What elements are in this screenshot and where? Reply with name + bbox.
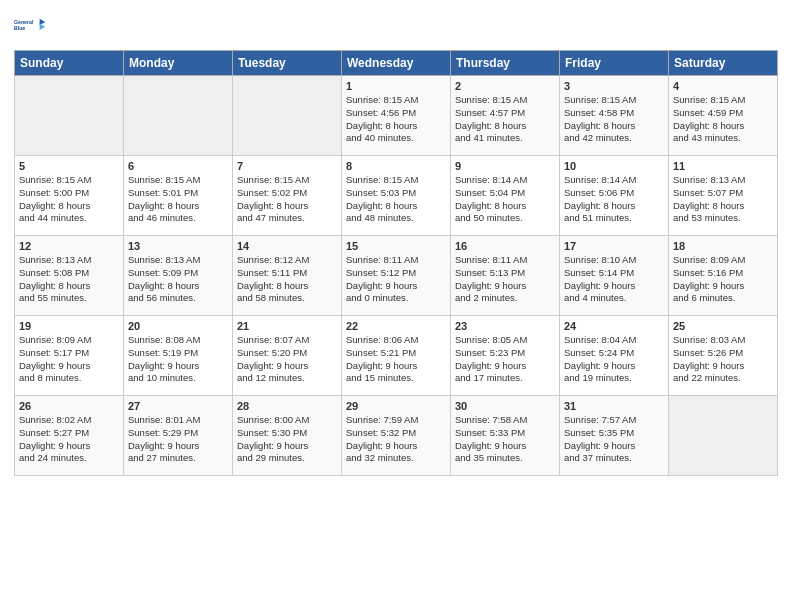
day-info: Sunrise: 8:06 AM Sunset: 5:21 PM Dayligh… (346, 334, 446, 385)
weekday-header-thursday: Thursday (451, 51, 560, 76)
day-number: 9 (455, 160, 555, 172)
day-info: Sunrise: 8:13 AM Sunset: 5:09 PM Dayligh… (128, 254, 228, 305)
calendar-cell: 30Sunrise: 7:58 AM Sunset: 5:33 PM Dayli… (451, 396, 560, 476)
day-info: Sunrise: 8:15 AM Sunset: 5:03 PM Dayligh… (346, 174, 446, 225)
day-info: Sunrise: 7:59 AM Sunset: 5:32 PM Dayligh… (346, 414, 446, 465)
calendar-cell: 5Sunrise: 8:15 AM Sunset: 5:00 PM Daylig… (15, 156, 124, 236)
calendar-cell: 16Sunrise: 8:11 AM Sunset: 5:13 PM Dayli… (451, 236, 560, 316)
calendar-cell (233, 76, 342, 156)
day-info: Sunrise: 8:01 AM Sunset: 5:29 PM Dayligh… (128, 414, 228, 465)
calendar-cell: 10Sunrise: 8:14 AM Sunset: 5:06 PM Dayli… (560, 156, 669, 236)
day-number: 19 (19, 320, 119, 332)
calendar-cell: 2Sunrise: 8:15 AM Sunset: 4:57 PM Daylig… (451, 76, 560, 156)
day-info: Sunrise: 8:15 AM Sunset: 5:01 PM Dayligh… (128, 174, 228, 225)
weekday-header-saturday: Saturday (669, 51, 778, 76)
day-info: Sunrise: 8:02 AM Sunset: 5:27 PM Dayligh… (19, 414, 119, 465)
day-number: 7 (237, 160, 337, 172)
calendar-cell: 28Sunrise: 8:00 AM Sunset: 5:30 PM Dayli… (233, 396, 342, 476)
calendar-cell: 12Sunrise: 8:13 AM Sunset: 5:08 PM Dayli… (15, 236, 124, 316)
weekday-header-row: SundayMondayTuesdayWednesdayThursdayFrid… (15, 51, 778, 76)
calendar-body: 1Sunrise: 8:15 AM Sunset: 4:56 PM Daylig… (15, 76, 778, 476)
calendar-cell: 17Sunrise: 8:10 AM Sunset: 5:14 PM Dayli… (560, 236, 669, 316)
day-info: Sunrise: 8:10 AM Sunset: 5:14 PM Dayligh… (564, 254, 664, 305)
calendar-cell: 14Sunrise: 8:12 AM Sunset: 5:11 PM Dayli… (233, 236, 342, 316)
calendar-cell (15, 76, 124, 156)
calendar-cell: 27Sunrise: 8:01 AM Sunset: 5:29 PM Dayli… (124, 396, 233, 476)
day-number: 12 (19, 240, 119, 252)
calendar-cell: 20Sunrise: 8:08 AM Sunset: 5:19 PM Dayli… (124, 316, 233, 396)
day-number: 25 (673, 320, 773, 332)
header: General Blue (14, 10, 778, 42)
logo: General Blue (14, 10, 46, 42)
day-info: Sunrise: 8:14 AM Sunset: 5:06 PM Dayligh… (564, 174, 664, 225)
day-number: 18 (673, 240, 773, 252)
week-row-1: 1Sunrise: 8:15 AM Sunset: 4:56 PM Daylig… (15, 76, 778, 156)
day-number: 4 (673, 80, 773, 92)
svg-text:General: General (14, 19, 34, 25)
day-number: 22 (346, 320, 446, 332)
day-info: Sunrise: 8:12 AM Sunset: 5:11 PM Dayligh… (237, 254, 337, 305)
day-number: 1 (346, 80, 446, 92)
day-info: Sunrise: 8:15 AM Sunset: 4:58 PM Dayligh… (564, 94, 664, 145)
day-info: Sunrise: 8:09 AM Sunset: 5:16 PM Dayligh… (673, 254, 773, 305)
page: General Blue SundayMondayTuesdayWednesda… (0, 0, 792, 612)
day-number: 29 (346, 400, 446, 412)
calendar-cell: 19Sunrise: 8:09 AM Sunset: 5:17 PM Dayli… (15, 316, 124, 396)
day-info: Sunrise: 8:08 AM Sunset: 5:19 PM Dayligh… (128, 334, 228, 385)
day-number: 10 (564, 160, 664, 172)
weekday-header-tuesday: Tuesday (233, 51, 342, 76)
calendar-cell: 22Sunrise: 8:06 AM Sunset: 5:21 PM Dayli… (342, 316, 451, 396)
day-info: Sunrise: 8:05 AM Sunset: 5:23 PM Dayligh… (455, 334, 555, 385)
calendar-cell: 8Sunrise: 8:15 AM Sunset: 5:03 PM Daylig… (342, 156, 451, 236)
weekday-header-friday: Friday (560, 51, 669, 76)
calendar-cell: 7Sunrise: 8:15 AM Sunset: 5:02 PM Daylig… (233, 156, 342, 236)
day-info: Sunrise: 8:09 AM Sunset: 5:17 PM Dayligh… (19, 334, 119, 385)
day-info: Sunrise: 8:15 AM Sunset: 4:57 PM Dayligh… (455, 94, 555, 145)
day-info: Sunrise: 8:15 AM Sunset: 5:00 PM Dayligh… (19, 174, 119, 225)
day-number: 31 (564, 400, 664, 412)
calendar-cell: 9Sunrise: 8:14 AM Sunset: 5:04 PM Daylig… (451, 156, 560, 236)
day-info: Sunrise: 8:00 AM Sunset: 5:30 PM Dayligh… (237, 414, 337, 465)
day-number: 15 (346, 240, 446, 252)
day-info: Sunrise: 8:15 AM Sunset: 5:02 PM Dayligh… (237, 174, 337, 225)
day-number: 24 (564, 320, 664, 332)
day-number: 28 (237, 400, 337, 412)
day-info: Sunrise: 8:04 AM Sunset: 5:24 PM Dayligh… (564, 334, 664, 385)
calendar-cell (669, 396, 778, 476)
day-number: 8 (346, 160, 446, 172)
day-number: 6 (128, 160, 228, 172)
week-row-4: 19Sunrise: 8:09 AM Sunset: 5:17 PM Dayli… (15, 316, 778, 396)
calendar-cell: 26Sunrise: 8:02 AM Sunset: 5:27 PM Dayli… (15, 396, 124, 476)
day-info: Sunrise: 8:03 AM Sunset: 5:26 PM Dayligh… (673, 334, 773, 385)
calendar-cell: 21Sunrise: 8:07 AM Sunset: 5:20 PM Dayli… (233, 316, 342, 396)
weekday-header-sunday: Sunday (15, 51, 124, 76)
day-number: 26 (19, 400, 119, 412)
svg-text:Blue: Blue (14, 25, 25, 31)
week-row-3: 12Sunrise: 8:13 AM Sunset: 5:08 PM Dayli… (15, 236, 778, 316)
calendar-cell: 24Sunrise: 8:04 AM Sunset: 5:24 PM Dayli… (560, 316, 669, 396)
day-info: Sunrise: 7:57 AM Sunset: 5:35 PM Dayligh… (564, 414, 664, 465)
weekday-header-monday: Monday (124, 51, 233, 76)
day-info: Sunrise: 8:11 AM Sunset: 5:12 PM Dayligh… (346, 254, 446, 305)
calendar-cell: 29Sunrise: 7:59 AM Sunset: 5:32 PM Dayli… (342, 396, 451, 476)
day-info: Sunrise: 8:07 AM Sunset: 5:20 PM Dayligh… (237, 334, 337, 385)
calendar-cell: 3Sunrise: 8:15 AM Sunset: 4:58 PM Daylig… (560, 76, 669, 156)
week-row-5: 26Sunrise: 8:02 AM Sunset: 5:27 PM Dayli… (15, 396, 778, 476)
day-info: Sunrise: 7:58 AM Sunset: 5:33 PM Dayligh… (455, 414, 555, 465)
day-info: Sunrise: 8:13 AM Sunset: 5:08 PM Dayligh… (19, 254, 119, 305)
svg-marker-3 (40, 24, 46, 30)
calendar-cell (124, 76, 233, 156)
calendar-cell: 31Sunrise: 7:57 AM Sunset: 5:35 PM Dayli… (560, 396, 669, 476)
week-row-2: 5Sunrise: 8:15 AM Sunset: 5:00 PM Daylig… (15, 156, 778, 236)
day-number: 14 (237, 240, 337, 252)
calendar: SundayMondayTuesdayWednesdayThursdayFrid… (14, 50, 778, 476)
calendar-cell: 4Sunrise: 8:15 AM Sunset: 4:59 PM Daylig… (669, 76, 778, 156)
calendar-cell: 13Sunrise: 8:13 AM Sunset: 5:09 PM Dayli… (124, 236, 233, 316)
calendar-cell: 11Sunrise: 8:13 AM Sunset: 5:07 PM Dayli… (669, 156, 778, 236)
calendar-cell: 1Sunrise: 8:15 AM Sunset: 4:56 PM Daylig… (342, 76, 451, 156)
day-number: 17 (564, 240, 664, 252)
day-number: 30 (455, 400, 555, 412)
weekday-header-wednesday: Wednesday (342, 51, 451, 76)
day-info: Sunrise: 8:11 AM Sunset: 5:13 PM Dayligh… (455, 254, 555, 305)
day-info: Sunrise: 8:14 AM Sunset: 5:04 PM Dayligh… (455, 174, 555, 225)
